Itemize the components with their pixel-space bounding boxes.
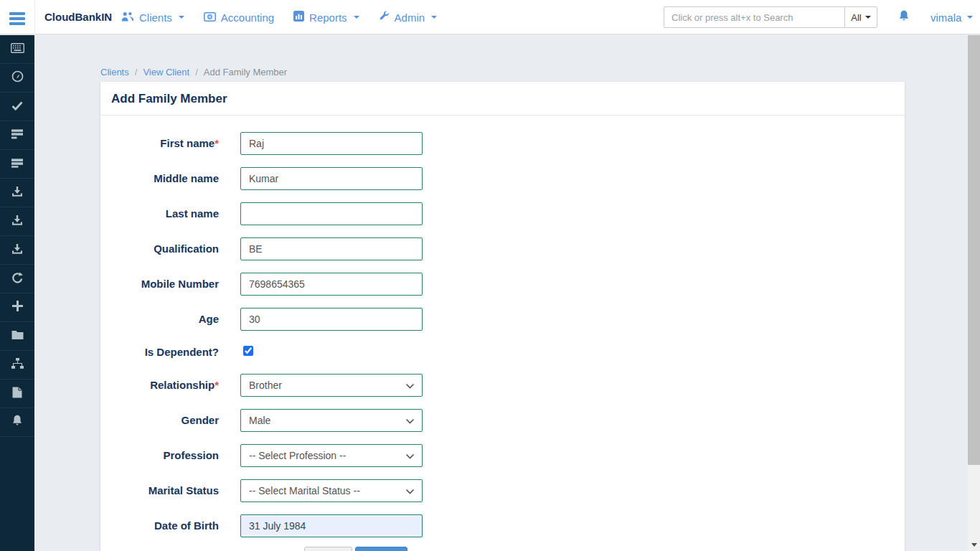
chevron-down-icon bbox=[405, 415, 415, 426]
sidebar-item-check[interactable] bbox=[0, 93, 34, 121]
qualification-input[interactable] bbox=[240, 237, 423, 260]
chevron-down-icon bbox=[179, 16, 184, 19]
sidebar-item-download-3[interactable] bbox=[0, 236, 34, 265]
sidebar-item-folder[interactable] bbox=[0, 322, 34, 351]
relationship-select[interactable]: Brother bbox=[240, 374, 423, 397]
marital-status-selected-value: -- Select Marital Status -- bbox=[249, 485, 360, 496]
breadcrumb-clients[interactable]: Clients bbox=[100, 67, 129, 77]
sidebar-item-document[interactable] bbox=[0, 380, 34, 408]
form-row-first-name: First name* bbox=[100, 132, 905, 155]
is-dependent-checkbox[interactable] bbox=[243, 346, 253, 356]
folder-icon bbox=[11, 330, 24, 343]
file-icon bbox=[12, 387, 22, 401]
sidebar-item-sitemap[interactable] bbox=[0, 351, 34, 380]
profession-selected-value: -- Select Profession -- bbox=[249, 450, 346, 461]
profession-label: Profession bbox=[100, 444, 240, 467]
users-icon bbox=[121, 11, 134, 24]
marital-status-label: Marital Status bbox=[100, 479, 240, 502]
sidebar-item-add[interactable] bbox=[0, 293, 34, 322]
sidebar-item-compass[interactable] bbox=[0, 64, 34, 93]
form-row-gender: Gender Male bbox=[100, 409, 905, 432]
search-input[interactable] bbox=[664, 6, 844, 28]
card-heading: Add Family Member bbox=[100, 82, 905, 116]
chevron-down-icon bbox=[967, 16, 973, 19]
hamburger-icon bbox=[9, 12, 25, 15]
bar-chart-icon bbox=[293, 11, 304, 24]
sidebar-item-list[interactable] bbox=[0, 150, 34, 179]
compass-icon bbox=[11, 70, 24, 85]
vertical-scrollbar[interactable] bbox=[968, 35, 980, 551]
secondary-button-partial[interactable] bbox=[304, 547, 352, 551]
marital-status-select[interactable]: -- Select Marital Status -- bbox=[240, 479, 423, 502]
form-row-date-of-birth: Date of Birth bbox=[100, 514, 905, 537]
nav-clients-label: Clients bbox=[139, 11, 172, 24]
nav-reports[interactable]: Reports bbox=[293, 11, 359, 24]
sidebar-item-tasks[interactable] bbox=[0, 121, 34, 150]
form-row-relationship: Relationship* Brother bbox=[100, 374, 905, 397]
first-name-label: First name* bbox=[100, 132, 240, 155]
download-icon bbox=[11, 243, 23, 258]
form-row-marital-status: Marital Status -- Select Marital Status … bbox=[100, 479, 905, 502]
chevron-down-icon bbox=[405, 380, 415, 391]
middle-name-input[interactable] bbox=[240, 167, 423, 190]
breadcrumb-current: Add Family Member bbox=[204, 67, 287, 77]
primary-button-partial[interactable] bbox=[355, 547, 407, 551]
scrollbar-thumb[interactable] bbox=[968, 35, 980, 465]
global-search: All bbox=[664, 6, 877, 28]
age-label: Age bbox=[100, 308, 240, 331]
breadcrumb-view-client[interactable]: View Client bbox=[143, 67, 189, 77]
sidebar-item-download-2[interactable] bbox=[0, 207, 34, 236]
page-title: Add Family Member bbox=[111, 92, 227, 105]
sidebar-item-keyboard[interactable] bbox=[0, 35, 34, 64]
wrench-icon bbox=[379, 11, 390, 24]
form-row-mobile-number: Mobile Number bbox=[100, 273, 905, 296]
mobile-number-input[interactable] bbox=[240, 273, 423, 296]
chevron-down-icon bbox=[865, 16, 871, 19]
gender-select[interactable]: Male bbox=[240, 409, 423, 432]
nav-clients[interactable]: Clients bbox=[121, 11, 184, 24]
username: vimala bbox=[930, 11, 961, 24]
last-name-label: Last name bbox=[100, 202, 240, 225]
brand-logo[interactable]: CloudBankIN bbox=[44, 0, 112, 34]
user-menu[interactable]: vimala bbox=[930, 0, 973, 34]
age-input[interactable] bbox=[240, 308, 423, 331]
nav-accounting-label: Accounting bbox=[221, 11, 274, 24]
form-row-last-name: Last name bbox=[100, 202, 905, 225]
date-of-birth-label: Date of Birth bbox=[100, 514, 240, 537]
form-row-profession: Profession -- Select Profession -- bbox=[100, 444, 905, 467]
add-family-member-form: First name* Middle name Last name Qualif… bbox=[100, 116, 905, 551]
sidebar-item-download-1[interactable] bbox=[0, 179, 34, 207]
search-scope-dropdown[interactable]: All bbox=[844, 6, 877, 28]
list-icon bbox=[11, 158, 23, 171]
notifications-button[interactable] bbox=[898, 10, 910, 25]
mobile-number-label: Mobile Number bbox=[100, 273, 240, 296]
breadcrumb: Clients / View Client / Add Family Membe… bbox=[100, 67, 287, 77]
form-row-middle-name: Middle name bbox=[100, 167, 905, 190]
scrollbar-down-button[interactable] bbox=[968, 539, 980, 551]
sidebar-item-refresh[interactable] bbox=[0, 265, 34, 293]
plus-icon bbox=[12, 301, 23, 314]
breadcrumb-separator: / bbox=[195, 67, 198, 77]
gender-label: Gender bbox=[100, 409, 240, 432]
relationship-selected-value: Brother bbox=[249, 380, 282, 391]
menu-toggle-button[interactable] bbox=[9, 12, 25, 25]
refresh-icon bbox=[11, 272, 24, 286]
gender-selected-value: Male bbox=[249, 415, 270, 426]
keyboard-icon bbox=[11, 43, 24, 56]
form-buttons bbox=[304, 547, 905, 551]
sidebar bbox=[0, 35, 34, 551]
qualification-label: Qualification bbox=[100, 237, 240, 260]
form-row-qualification: Qualification bbox=[100, 237, 905, 260]
download-icon bbox=[11, 186, 23, 200]
topbar: CloudBankIN Clients Accounting Reports bbox=[0, 0, 980, 34]
nav-accounting[interactable]: Accounting bbox=[204, 11, 274, 24]
date-of-birth-input[interactable] bbox=[240, 514, 423, 537]
first-name-input[interactable] bbox=[240, 132, 423, 155]
nav-admin[interactable]: Admin bbox=[379, 11, 438, 24]
profession-select[interactable]: -- Select Profession -- bbox=[240, 444, 423, 467]
top-navigation: Clients Accounting Reports Admin bbox=[121, 0, 437, 34]
last-name-input[interactable] bbox=[240, 202, 423, 225]
relationship-label: Relationship* bbox=[100, 374, 240, 397]
sidebar-item-notifications[interactable] bbox=[0, 408, 34, 437]
nav-reports-label: Reports bbox=[309, 11, 347, 24]
